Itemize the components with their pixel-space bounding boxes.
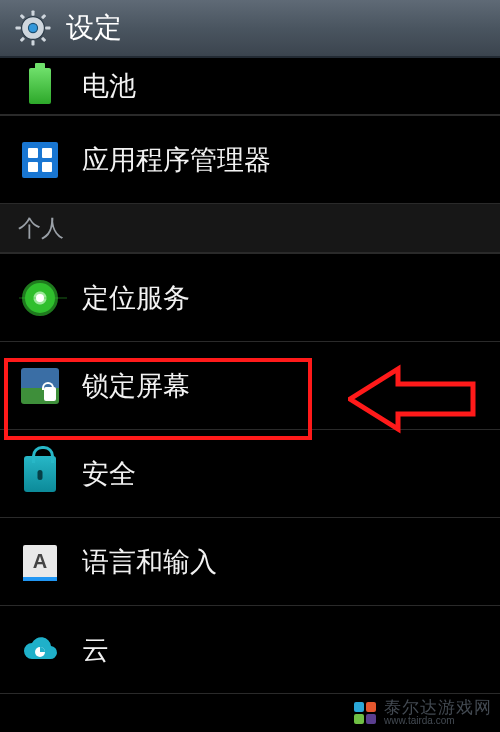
- section-header-personal: 个人: [0, 204, 500, 254]
- item-label: 定位服务: [82, 280, 190, 316]
- svg-rect-5: [45, 26, 50, 29]
- item-battery[interactable]: 电池: [0, 58, 500, 116]
- padlock-icon: [20, 454, 60, 494]
- svg-rect-6: [20, 14, 25, 19]
- svg-rect-7: [41, 14, 46, 19]
- watermark-text-group: 泰尔达游戏网 www.tairda.com: [384, 699, 492, 726]
- grid-icon: [20, 140, 60, 180]
- battery-icon: [20, 66, 60, 106]
- svg-rect-12: [366, 702, 376, 712]
- item-label: 语言和输入: [82, 544, 217, 580]
- keyboard-a-icon: A: [20, 542, 60, 582]
- svg-point-1: [28, 23, 37, 32]
- page-title: 设定: [66, 9, 122, 47]
- svg-rect-2: [31, 11, 34, 16]
- settings-list: 电池 应用程序管理器 个人 定位服务 锁定屏幕 安全 A 语言和输入 云: [0, 58, 500, 694]
- watermark: 泰尔达游戏网 www.tairda.com: [352, 699, 492, 726]
- item-cloud[interactable]: 云: [0, 606, 500, 694]
- item-label: 应用程序管理器: [82, 142, 271, 178]
- svg-rect-14: [366, 714, 376, 724]
- settings-header: 设定: [0, 0, 500, 58]
- target-icon: [20, 278, 60, 318]
- item-app-manager[interactable]: 应用程序管理器: [0, 116, 500, 204]
- cloud-icon: [20, 630, 60, 670]
- svg-rect-8: [20, 37, 25, 42]
- item-label: 云: [82, 632, 109, 668]
- watermark-url: www.tairda.com: [384, 716, 492, 726]
- item-label: 电池: [82, 68, 136, 104]
- item-location[interactable]: 定位服务: [0, 254, 500, 342]
- item-lock-screen[interactable]: 锁定屏幕: [0, 342, 500, 430]
- watermark-text: 泰尔达游戏网: [384, 699, 492, 716]
- svg-rect-3: [31, 40, 34, 45]
- svg-rect-11: [354, 702, 364, 712]
- svg-rect-13: [354, 714, 364, 724]
- item-label: 锁定屏幕: [82, 368, 190, 404]
- svg-rect-4: [16, 26, 21, 29]
- item-security[interactable]: 安全: [0, 430, 500, 518]
- item-language-input[interactable]: A 语言和输入: [0, 518, 500, 606]
- svg-rect-9: [41, 37, 46, 42]
- item-label: 安全: [82, 456, 136, 492]
- gear-icon: [14, 9, 52, 47]
- watermark-logo-icon: [352, 700, 378, 726]
- lock-screen-icon: [20, 366, 60, 406]
